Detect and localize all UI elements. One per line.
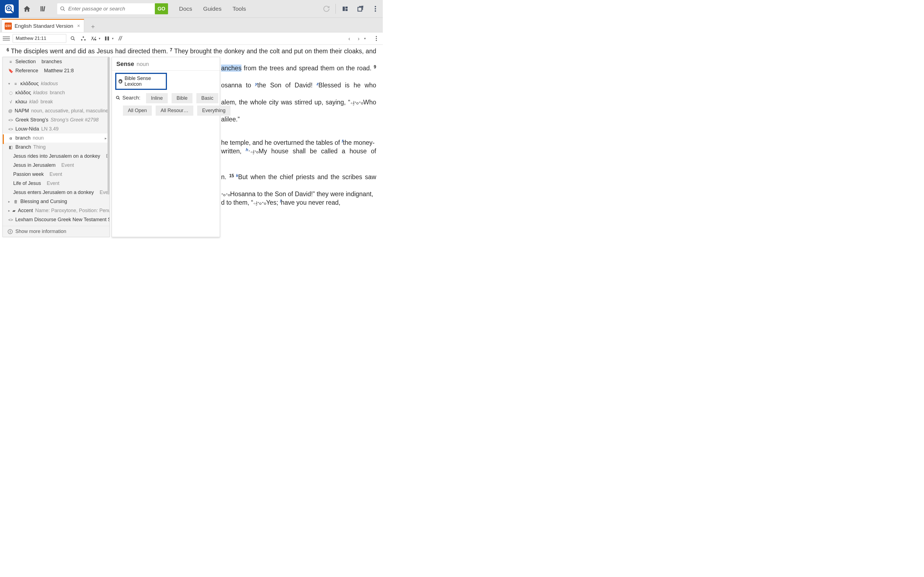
add-tab-button[interactable]: +: [87, 21, 99, 32]
svg-point-25: [95, 39, 96, 40]
svg-point-18: [375, 10, 376, 12]
chip-basic[interactable]: Basic: [196, 93, 218, 103]
footnote-marker[interactable]: k: [234, 173, 238, 178]
svg-point-31: [116, 96, 119, 98]
audio-marker[interactable]: ‹𝄞"ᴑ"ᴑ: [350, 101, 363, 105]
footnote-marker[interactable]: y: [255, 81, 257, 86]
menu-guides[interactable]: Guides: [203, 5, 222, 12]
selected-indicator: [3, 134, 4, 144]
parallel-icon[interactable]: //: [116, 35, 124, 42]
svg-rect-26: [105, 37, 107, 40]
close-panel-icon[interactable]: [352, 0, 368, 18]
verse-num: 15: [229, 173, 234, 178]
verse-num: 6: [6, 48, 9, 52]
chip-inline[interactable]: Inline: [146, 93, 168, 103]
svg-point-16: [375, 6, 376, 7]
layout-panels-icon[interactable]: [338, 0, 352, 18]
panel-menu-icon[interactable]: [3, 37, 10, 40]
audio-marker[interactable]: ‹𝄞"ᴑ"ᴑ: [253, 201, 266, 206]
global-search: [57, 3, 155, 14]
nav-group: ‹ › ▾: [346, 35, 380, 42]
event-row[interactable]: Life of Jesus Event: [3, 179, 110, 188]
reference-input[interactable]: Matthew 21:11: [13, 34, 66, 43]
svg-point-30: [376, 40, 377, 41]
lexham-row[interactable]: <> Lexham Discourse Greek New Testament …: [3, 215, 110, 224]
event-row[interactable]: Jesus enters Jerusalem on a donkey Event: [3, 188, 110, 197]
tab-esv-icon: ESV: [5, 23, 12, 30]
bookmark-icon: 🔖: [8, 68, 13, 73]
root-icon: √: [8, 100, 13, 104]
svg-line-9: [63, 10, 65, 11]
nav-forward-icon[interactable]: ›: [355, 35, 362, 42]
bible-sense-lexicon-button[interactable]: ◉ Bible Sense Lexicon: [115, 73, 167, 90]
svg-rect-27: [108, 37, 109, 40]
svg-point-22: [81, 39, 82, 41]
svg-rect-11: [346, 6, 347, 8]
svg-rect-13: [358, 7, 362, 11]
target-icon: ◉: [118, 79, 123, 84]
interlinear-icon: [90, 36, 98, 41]
thing-row[interactable]: ◧ Branch Thing: [3, 143, 110, 152]
svg-rect-7: [44, 6, 45, 11]
highlighted-word[interactable]: anches: [221, 64, 241, 72]
event-row[interactable]: Passion week Event: [3, 170, 110, 179]
nav-menu-chevron-icon[interactable]: ▾: [364, 37, 366, 40]
chip-bible[interactable]: Bible: [171, 93, 192, 103]
lemma-heading-row[interactable]: ▾ ≡ κλάδους kladous: [3, 79, 110, 88]
blessing-row[interactable]: ▸ 🗑 Blessing and Cursing: [3, 197, 110, 206]
chevron-right-icon: ▸: [105, 136, 107, 140]
panel-kebab-icon[interactable]: [372, 36, 380, 41]
louw-nida-row[interactable]: <> Louw-Nida LN 3.49: [3, 124, 110, 134]
tab-esv[interactable]: ESV English Standard Version ×: [2, 19, 84, 32]
event-row[interactable]: Jesus in Jerusalem Event: [3, 161, 110, 170]
svg-point-17: [375, 8, 376, 10]
audio-marker[interactable]: ‘‹𝄞"ᴑ: [248, 150, 258, 154]
passage-toolbar: Matthew 21:11 ▾ ▾ // ‹ › ▾: [0, 32, 383, 45]
library-icon[interactable]: [35, 0, 52, 18]
caret-down-icon: ▾: [8, 82, 11, 86]
search-panel-icon[interactable]: [69, 36, 77, 41]
morph-row[interactable]: @ NAPM noun, accusative, plural, masculi…: [3, 106, 110, 115]
root-row[interactable]: √ κλαω klaō break: [3, 97, 110, 106]
code-icon: <>: [8, 118, 13, 122]
audio-marker[interactable]: "ᴑ"ᴑ: [221, 193, 230, 197]
interlinear-button[interactable]: ▾: [90, 36, 100, 41]
svg-point-21: [83, 37, 84, 38]
show-more-button[interactable]: i Show more information: [3, 226, 110, 237]
home-icon[interactable]: [19, 0, 35, 18]
chip-all-open[interactable]: All Open: [123, 105, 152, 116]
kebab-menu-icon[interactable]: [368, 0, 383, 18]
tab-title: English Standard Version: [15, 23, 73, 29]
trash-icon: 🗑: [13, 199, 18, 204]
visual-filter-icon[interactable]: [79, 36, 87, 41]
strongs-row[interactable]: <> Greek Strong’s Strong’s Greek #2798: [3, 115, 110, 124]
code-icon: <>: [8, 218, 13, 222]
chip-all-resources[interactable]: All Resour…: [156, 105, 193, 116]
sense-row[interactable]: α branch noun ▸: [3, 134, 110, 143]
close-icon[interactable]: ×: [77, 23, 80, 29]
svg-rect-12: [346, 9, 347, 11]
nav-back-icon[interactable]: ‹: [346, 35, 353, 42]
menu-tools[interactable]: Tools: [233, 5, 246, 12]
sync-icon[interactable]: [319, 0, 334, 18]
menu-docs[interactable]: Docs: [179, 5, 192, 12]
app-logo[interactable]: [0, 0, 19, 18]
footnote-marker[interactable]: h: [246, 147, 248, 152]
ring-icon: ◌: [8, 90, 13, 95]
selection-row[interactable]: ≡ Selection branches: [3, 57, 110, 66]
svg-line-20: [73, 39, 75, 40]
go-button[interactable]: GO: [155, 3, 168, 14]
svg-point-29: [376, 38, 377, 39]
svg-point-19: [71, 37, 74, 40]
at-icon: @: [8, 108, 12, 113]
search-input[interactable]: [68, 3, 155, 14]
code-icon: <>: [8, 127, 13, 131]
accent-row[interactable]: ▸ ▰ Accent Name: Paroxytone, Position: P…: [3, 206, 110, 215]
columns-button[interactable]: ▾: [103, 36, 113, 41]
search-icon: [57, 6, 68, 11]
reference-row[interactable]: 🔖 Reference Matthew 21:8: [3, 66, 110, 75]
event-row[interactable]: Jesus rides into Jerusalem on a donkey E…: [3, 152, 110, 161]
lemma-row[interactable]: ◌ κλάδος klados branch: [3, 88, 110, 97]
chip-everything[interactable]: Everything: [197, 105, 231, 116]
svg-rect-6: [42, 6, 43, 11]
